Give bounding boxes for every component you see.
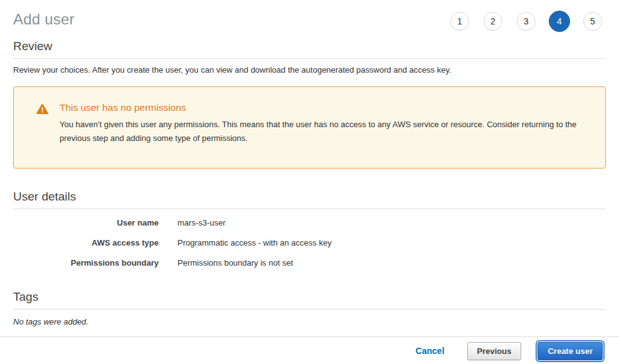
step-5[interactable]: 5 [583, 12, 602, 31]
table-row: AWS access type Programmatic access - wi… [13, 238, 606, 247]
step-indicator: 1 2 3 4 5 [450, 11, 606, 31]
cancel-link[interactable]: Cancel [416, 346, 445, 356]
user-details-heading: User details [13, 190, 606, 204]
tags-heading: Tags [13, 290, 606, 304]
page-title: Add user [13, 11, 75, 28]
footer-divider [0, 336, 619, 337]
divider [13, 58, 606, 59]
tags-section: Tags No tags were added. [13, 290, 606, 326]
user-name-label: User name [13, 218, 159, 227]
review-section: Review Review your choices. After you cr… [13, 39, 606, 75]
aws-access-type-label: AWS access type [13, 238, 159, 247]
add-user-wizard-page: Add user 1 2 3 4 5 Review Review your ch… [0, 0, 619, 326]
warning-icon-column [36, 102, 60, 145]
step-2[interactable]: 2 [484, 12, 502, 31]
divider [13, 209, 606, 209]
wizard-footer: Cancel Previous Create user [0, 340, 619, 361]
table-row: Permissions boundary Permissions boundar… [13, 258, 606, 268]
permissions-boundary-value: Permissions boundary is not set [177, 258, 293, 268]
step-3[interactable]: 3 [517, 12, 536, 31]
warning-title: This user has no permissions [60, 102, 590, 113]
aws-access-type-value: Programmatic access - with an access key [177, 238, 332, 247]
previous-button[interactable]: Previous [467, 342, 522, 360]
warning-content: This user has no permissions You haven't… [60, 102, 590, 145]
warning-body: You haven't given this user any permissi… [60, 118, 590, 145]
no-permissions-warning: This user has no permissions You haven't… [13, 86, 606, 169]
tags-empty-text: No tags were added. [13, 317, 606, 326]
user-details-section: User details User name mars-s3-user AWS … [13, 190, 606, 268]
review-description: Review your choices. After you create th… [13, 65, 606, 75]
divider [13, 309, 606, 309]
create-user-button[interactable]: Create user [537, 342, 603, 360]
permissions-boundary-label: Permissions boundary [13, 258, 159, 268]
warning-triangle-icon [36, 106, 48, 117]
user-details-rows: User name mars-s3-user AWS access type P… [13, 218, 606, 268]
review-heading: Review [13, 39, 606, 53]
table-row: User name mars-s3-user [13, 218, 606, 227]
step-4[interactable]: 4 [549, 11, 570, 32]
step-1[interactable]: 1 [450, 12, 469, 31]
user-name-value: mars-s3-user [177, 218, 226, 227]
wizard-header: Add user 1 2 3 4 5 [13, 0, 606, 31]
